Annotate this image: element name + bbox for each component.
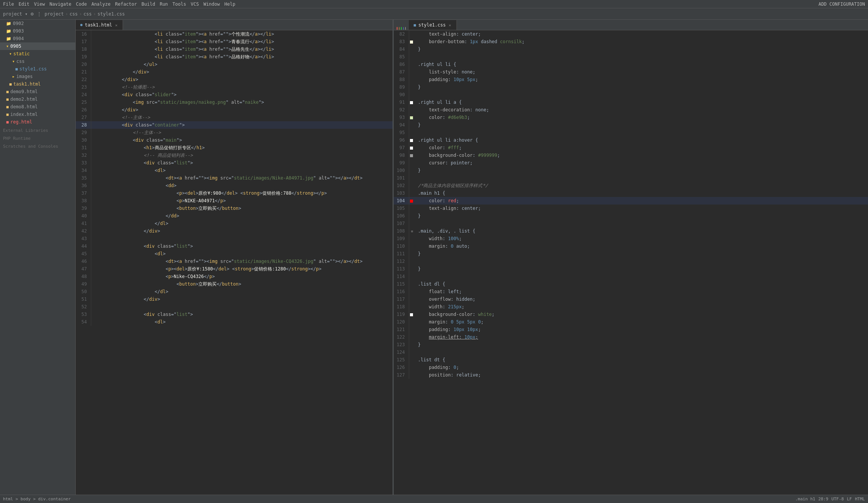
menu-vcs[interactable]: VCS (191, 2, 199, 7)
sidebar-item-reghtml[interactable]: ◼ reg.html (0, 118, 75, 126)
status-line-endings[interactable]: LF (847, 497, 852, 501)
status-file-type[interactable]: HTML (855, 497, 865, 501)
sidebar-item-demo8html[interactable]: ◼ demo8.html (0, 103, 75, 111)
line-code: <!--主体--> (97, 114, 393, 121)
table-row: 45 <dl> (76, 250, 393, 258)
table-row: 18 <li class="item"><a href="">品格先生</a><… (76, 45, 393, 53)
color-swatch[interactable] (410, 313, 413, 316)
traffic-light-gray[interactable] (405, 27, 406, 30)
sidebar-section-external[interactable]: External Libraries (0, 126, 75, 134)
table-row: 33 <div class="list"> (76, 159, 393, 167)
line-code: <dl> (97, 250, 393, 258)
menu-build[interactable]: Build (142, 2, 155, 7)
table-row: 105 text-align: center; (394, 205, 868, 212)
sidebar-item-0904[interactable]: 📁 0904 (0, 35, 75, 42)
table-row: 124 (394, 348, 868, 356)
menu-navigate[interactable]: Navigate (50, 2, 72, 7)
sidebar-item-style1css[interactable]: ◼ style1.css (0, 65, 75, 73)
breadcrumb-css1[interactable]: css (70, 11, 78, 17)
sidebar-item-images[interactable]: ▸ images (0, 73, 75, 80)
sidebar-item-0902[interactable]: 📁 0902 (0, 20, 75, 27)
menu-code[interactable]: Code (76, 2, 87, 7)
menu-edit[interactable]: Edit (19, 2, 30, 7)
traffic-light-yellow[interactable] (399, 27, 400, 30)
line-gutter (91, 182, 97, 189)
line-code: <dd> (97, 182, 393, 189)
menu-refactor[interactable]: Refactor (115, 2, 137, 7)
toolbar-settings-icon[interactable]: ⚙ (31, 11, 34, 17)
color-swatch[interactable] (410, 116, 413, 119)
sidebar-item-static[interactable]: ▾ static (0, 50, 75, 58)
tab-close-style1css[interactable]: ✕ (448, 23, 452, 27)
sidebar-section-php[interactable]: PHP Runtime (0, 134, 75, 142)
menu-help[interactable]: Help (224, 2, 235, 7)
left-code-content[interactable]: 16 <li class="item"><a href="">个性潮流</a><… (76, 30, 393, 495)
line-code: <button>立即购买</button> (97, 205, 393, 212)
line-number: 127 (394, 371, 409, 379)
sidebar-item-indexhtml[interactable]: ◼ index.html (0, 111, 75, 118)
color-swatch[interactable] (410, 147, 413, 150)
line-code: .list dt { (415, 356, 868, 364)
traffic-light-blue[interactable] (403, 27, 404, 30)
line-gutter (409, 311, 415, 318)
menu-file[interactable]: File (3, 2, 14, 7)
table-row: 20 </ul> (76, 61, 393, 68)
color-swatch[interactable] (410, 41, 413, 44)
line-code (415, 91, 868, 98)
line-number: 122 (394, 333, 409, 341)
line-gutter (409, 136, 415, 144)
table-row: 43 (76, 235, 393, 242)
tab-close-task1html[interactable]: ✕ (114, 23, 118, 27)
line-code: text-decoration: none; (415, 106, 868, 114)
line-code: <dl> (97, 167, 393, 174)
status-line-col[interactable]: 28:9 (818, 497, 829, 501)
line-code: border-bottom: 1px dashed cornsilk; (415, 38, 868, 45)
line-gutter (409, 205, 415, 212)
menu-tools[interactable]: Tools (173, 2, 186, 7)
line-gutter (409, 364, 415, 371)
color-swatch[interactable] (410, 139, 413, 142)
menu-view[interactable]: View (34, 2, 45, 7)
line-gutter (91, 311, 97, 318)
sidebar-item-css[interactable]: ▾ css (0, 58, 75, 65)
line-code: text-align: center; (415, 30, 868, 38)
sidebar-item-0903[interactable]: 📁 0903 (0, 27, 75, 35)
sidebar-item-demo2html[interactable]: ◼ demo2.html (0, 95, 75, 103)
menu-analyze[interactable]: Analyze (91, 2, 111, 7)
breadcrumb-style[interactable]: style1.css (98, 11, 125, 17)
color-swatch[interactable] (410, 154, 413, 157)
table-row: 92 text-decoration: none; (394, 106, 868, 114)
color-swatch[interactable] (410, 101, 413, 104)
tab-task1html[interactable]: task1.html ✕ (76, 20, 123, 30)
toolbar-project[interactable]: project ▾ (3, 11, 28, 17)
breadcrumb-project[interactable]: project (45, 11, 64, 17)
line-number: 16 (76, 30, 91, 38)
menu-run[interactable]: Run (160, 2, 168, 7)
sidebar-item-0905[interactable]: ▾ 0905 (0, 42, 75, 50)
add-config-button[interactable]: ADD CONFIGURATION (818, 2, 865, 7)
sidebar-item-demo9html[interactable]: ◼ demo9.html (0, 88, 75, 95)
fold-icon[interactable]: ≡ (411, 229, 413, 233)
right-tab-bar: ◼ style1.css ✕ (394, 20, 868, 30)
sidebar-section-scratches[interactable]: Scratches and Consoles (0, 142, 75, 150)
sidebar-item-task1html[interactable]: ◼ task1.html (0, 80, 75, 88)
toolbar-more-icon[interactable]: ⋮ (37, 11, 42, 17)
traffic-light-red[interactable] (397, 27, 397, 30)
table-row: 86 .right ul li { (394, 61, 868, 68)
sidebar: 📁 0902 📁 0903 📁 0904 ▾ 0905 ▾ static ▾ c… (0, 20, 76, 495)
line-number: 27 (76, 114, 91, 121)
tab-style1css[interactable]: ◼ style1.css ✕ (409, 20, 457, 30)
color-swatch[interactable] (410, 200, 413, 203)
line-code: } (415, 167, 868, 174)
line-number: 85 (394, 53, 409, 61)
css-editor-pane: ◼ style1.css ✕ 82 text-align: center; (394, 20, 868, 495)
right-code-content[interactable]: 82 text-align: center; 83 border-bottom:… (394, 30, 868, 495)
sidebar-label-demo8html: demo8.html (10, 104, 37, 109)
line-number: 36 (76, 182, 91, 189)
table-row: 52 (76, 303, 393, 311)
status-encoding[interactable]: UTF-8 (831, 497, 844, 501)
line-code: <div class="slider"> (97, 91, 393, 98)
traffic-light-green[interactable] (401, 27, 402, 30)
menu-window[interactable]: Window (203, 2, 220, 7)
breadcrumb-css2[interactable]: css (84, 11, 92, 17)
